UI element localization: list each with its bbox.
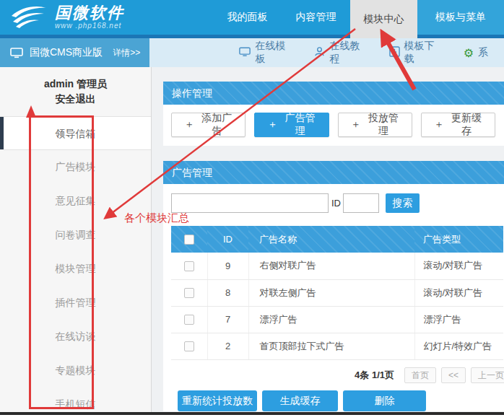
table-header-row: ID 广告名称 广告类型 [171, 226, 503, 253]
select-all-checkbox[interactable] [184, 235, 194, 245]
sidebar-item-label: 专题模块 [56, 364, 96, 376]
toolbar-link-1[interactable]: 在线模板 [239, 40, 294, 66]
secondary-toolbar: 国微CMS商业版 详情>> 在线模板在线教程模板下载 ⚙ 系 [0, 38, 504, 67]
toolbar-links: 在线模板在线教程模板下载 [239, 40, 463, 66]
sidebar-item-label: 在线访谈 [56, 331, 96, 342]
toolbar-link-label: 在线模板 [255, 40, 294, 66]
operations-buttons: ＋添加广告＋广告管理＋投放管理＋更新缓存 [163, 105, 504, 146]
row-checkbox[interactable] [184, 261, 194, 271]
sidebar-item-6[interactable]: 插件管理 [0, 286, 151, 320]
search-button[interactable]: 搜索 [386, 193, 420, 213]
action-button-2[interactable]: 生成缓存 [262, 390, 338, 411]
operations-panel-title: 操作管理 [163, 82, 504, 105]
id-label: ID [331, 198, 341, 209]
toolbar-link-3[interactable]: 模板下载 [389, 40, 443, 66]
sidebar-item-label: 广告模块 [56, 161, 96, 172]
plus-icon: ＋ [184, 118, 194, 131]
toolbar-link-label: 在线教程 [329, 40, 368, 66]
row-type-cell: 幻灯片/特效广告 [414, 333, 503, 359]
plus-icon: ＋ [267, 118, 277, 131]
monitor-icon [239, 47, 255, 59]
sidebar: admin 管理员 安全退出 领导信箱广告模块意见征集问卷调查模块管理插件管理在… [0, 67, 152, 412]
operations-panel: 操作管理 ＋添加广告＋广告管理＋投放管理＋更新缓存 [163, 82, 504, 146]
table-row[interactable]: 9右侧对联广告滚动/对联广告 [171, 253, 503, 279]
row-name-cell: 漂浮广告 [248, 306, 414, 333]
keyword-input[interactable] [171, 193, 329, 213]
row-type-cell: 滚动/对联广告 [414, 253, 503, 279]
sidebar-item-8[interactable]: 专题模块 [0, 354, 151, 388]
system-label: 系 [478, 46, 488, 59]
pager-button-1[interactable]: 首页 [404, 367, 436, 383]
sidebar-item-9[interactable]: 手机短信 [0, 388, 151, 412]
row-id-cell: 8 [207, 279, 248, 306]
ops-button-4[interactable]: ＋更新缓存 [421, 113, 495, 137]
row-name-cell: 右侧对联广告 [248, 253, 414, 279]
sidebar-item-label: 手机短信 [56, 398, 96, 410]
row-type-cell: 滚动/对联广告 [414, 279, 503, 306]
sidebar-item-4[interactable]: 问卷调查 [0, 218, 151, 252]
id-input[interactable] [343, 193, 379, 213]
ops-button-1[interactable]: ＋添加广告 [171, 113, 246, 137]
detail-link[interactable]: 详情>> [113, 47, 140, 59]
app-window: 国微软件 www .php168.net 我的面板内容管理模块中心模板与菜单 国… [0, 0, 504, 412]
sidebar-item-5[interactable]: 模块管理 [0, 252, 151, 286]
row-id-cell: 7 [207, 306, 248, 333]
window-bottom-edge [0, 412, 504, 415]
monitor-icon [10, 48, 23, 58]
pagination-summary: 4条 1/1页 [355, 369, 394, 382]
row-name-cell: 对联左侧广告 [248, 279, 414, 306]
action-button-3[interactable]: 删除 [343, 390, 426, 411]
col-header-name: 广告名称 [248, 226, 414, 253]
sidebar-item-label: 意见征集 [56, 195, 96, 206]
row-checkbox[interactable] [184, 288, 194, 298]
top-header: 国微软件 www .php168.net 我的面板内容管理模块中心模板与菜单 [0, 0, 504, 35]
nav-item-1[interactable]: 我的面板 [213, 0, 282, 35]
sidebar-item-1[interactable]: 领导信箱 [0, 116, 151, 150]
row-name-cell: 首页顶部拉下式广告 [248, 333, 414, 359]
nav-item-2[interactable]: 内容管理 [282, 0, 350, 35]
sidebar-item-label: 领导信箱 [56, 128, 96, 139]
action-button-1[interactable]: 重新统计投放数 [178, 390, 257, 411]
wave-logo-icon [10, 4, 48, 30]
pagination: 4条 1/1页 首页<<上一页 [163, 360, 504, 384]
main-nav: 我的面板内容管理模块中心模板与菜单 [213, 0, 504, 35]
row-checkbox-cell [171, 279, 207, 306]
sidebar-item-7[interactable]: 在线访谈 [0, 320, 151, 354]
sidebar-item-3[interactable]: 意见征集 [0, 184, 151, 218]
gear-icon: ⚙ [464, 46, 474, 60]
toolbar-link-2[interactable]: 在线教程 [314, 40, 368, 66]
logo-url: www .php168.net [55, 22, 124, 30]
nav-item-4[interactable]: 模板与菜单 [417, 0, 504, 35]
ops-button-2[interactable]: ＋广告管理 [254, 113, 329, 137]
logo-title: 国微软件 [55, 4, 124, 21]
pager-button-2[interactable]: << [441, 367, 466, 383]
system-menu[interactable]: ⚙ 系 [464, 46, 504, 60]
row-checkbox[interactable] [184, 315, 194, 325]
ops-button-label: 更新缓存 [451, 112, 482, 138]
logout-link[interactable]: 安全退出 [0, 92, 151, 107]
bulk-actions: 重新统计投放数生成缓存删除 [163, 383, 504, 411]
ads-table: ID 广告名称 广告类型 9右侧对联广告滚动/对联广告8对联左侧广告滚动/对联广… [171, 226, 503, 360]
table-row[interactable]: 7漂浮广告漂浮广告 [171, 306, 503, 333]
sidebar-item-label: 模块管理 [56, 263, 96, 274]
product-badge[interactable]: 国微CMS商业版 详情>> [0, 38, 149, 67]
header-divider [0, 35, 504, 38]
table-row[interactable]: 2首页顶部拉下式广告幻灯片/特效广告 [171, 333, 503, 359]
row-checkbox-cell [171, 306, 207, 333]
table-row[interactable]: 8对联左侧广告滚动/对联广告 [171, 279, 503, 306]
active-item-marker [0, 117, 4, 149]
user-icon [314, 46, 329, 59]
sidebar-menu: 领导信箱广告模块意见征集问卷调查模块管理插件管理在线访谈专题模块手机短信 [0, 116, 151, 412]
pager-button-3[interactable]: 上一页 [471, 367, 504, 383]
nav-item-3[interactable]: 模块中心 [350, 0, 417, 38]
brand-logo[interactable]: 国微软件 www .php168.net [0, 0, 172, 35]
col-header-id: ID [207, 226, 248, 253]
ops-button-3[interactable]: ＋投放管理 [338, 113, 412, 137]
sidebar-item-2[interactable]: 广告模块 [0, 150, 151, 184]
toolbar-link-label: 模板下载 [404, 40, 443, 66]
col-header-type: 广告类型 [414, 226, 503, 253]
product-name: 国微CMS商业版 [30, 46, 103, 59]
row-checkbox[interactable] [184, 341, 194, 351]
ops-button-label: 投放管理 [368, 112, 399, 138]
plus-icon: ＋ [351, 118, 361, 131]
